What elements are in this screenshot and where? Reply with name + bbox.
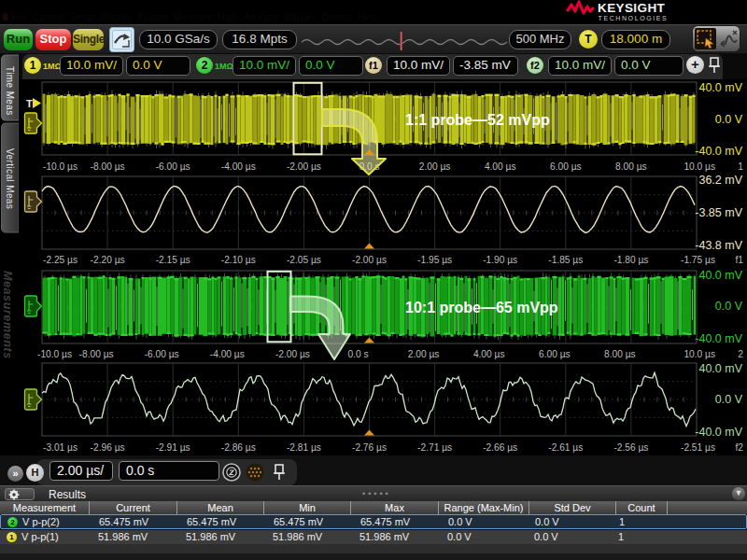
svg-text:8.00 µs: 8.00 µs: [615, 161, 647, 172]
svg-text:Vertical Meas: Vertical Meas: [5, 148, 15, 209]
svg-text:-4.00 µs: -4.00 µs: [210, 349, 245, 359]
svg-text:10:1 probe—65 mVpp: 10:1 probe—65 mVpp: [405, 300, 558, 315]
svg-text:f2: f2: [736, 442, 744, 453]
svg-text:-43.8 mV: -43.8 mV: [695, 239, 742, 252]
svg-text:-10.0 µs: -10.0 µs: [43, 161, 78, 172]
svg-text:KEYSIGHT: KEYSIGHT: [598, 1, 666, 15]
svg-text:-2.05 µs: -2.05 µs: [287, 255, 321, 265]
svg-text:-1.75 µs: -1.75 µs: [681, 255, 715, 265]
svg-text:1:1 probe—52 mVpp: 1:1 probe—52 mVpp: [405, 112, 550, 128]
svg-text:36.2 mV: 36.2 mV: [698, 174, 742, 187]
svg-text:-40.0 mV: -40.0 mV: [695, 332, 742, 345]
svg-text:-2.71 µs: -2.71 µs: [417, 442, 452, 453]
svg-text:2.00 µs: 2.00 µs: [419, 161, 451, 172]
svg-text:10.0 µs: 10.0 µs: [684, 161, 715, 172]
svg-text:-1.90 µs: -1.90 µs: [483, 255, 517, 265]
svg-text:-40.0 mV: -40.0 mV: [695, 145, 742, 158]
svg-text:-2.91 µs: -2.91 µs: [156, 442, 190, 453]
svg-text:8.00 µs: 8.00 µs: [604, 349, 636, 359]
svg-text:4.00 µs: 4.00 µs: [485, 161, 516, 172]
svg-text:40.0 mV: 40.0 mV: [698, 269, 742, 282]
svg-text:0.0 V: 0.0 V: [715, 300, 743, 313]
svg-text:-4.00 µs: -4.00 µs: [221, 161, 256, 172]
svg-text:-2.20 µs: -2.20 µs: [91, 255, 125, 265]
svg-text:2.00 µs: 2.00 µs: [408, 349, 440, 359]
svg-text:-6.00 µs: -6.00 µs: [145, 349, 179, 359]
svg-text:-2.81 µs: -2.81 µs: [287, 442, 321, 453]
svg-text:-3.01 µs: -3.01 µs: [43, 442, 78, 453]
svg-text:-2.66 µs: -2.66 µs: [483, 442, 517, 453]
svg-text:Measurements: Measurements: [1, 271, 14, 359]
svg-text:0.0 V: 0.0 V: [715, 113, 743, 126]
svg-text:-3.85 mV: -3.85 mV: [695, 206, 742, 219]
svg-text:-2.56 µs: -2.56 µs: [613, 442, 648, 453]
svg-text:0.0 V: 0.0 V: [715, 393, 743, 406]
svg-text:Time Meas: Time Meas: [5, 66, 15, 116]
svg-text:4.00 µs: 4.00 µs: [473, 349, 505, 359]
svg-text:-2.15 µs: -2.15 µs: [156, 255, 190, 265]
svg-text:-2.10 µs: -2.10 µs: [221, 255, 256, 265]
svg-text:2: 2: [738, 349, 743, 359]
svg-text:-2.00 µs: -2.00 µs: [275, 349, 310, 359]
svg-text:-1.95 µs: -1.95 µs: [417, 255, 452, 265]
svg-text:-2.00 µs: -2.00 µs: [287, 161, 321, 172]
svg-text:-2.00 µs: -2.00 µs: [352, 255, 387, 265]
svg-text:-1.85 µs: -1.85 µs: [548, 255, 583, 265]
svg-text:1: 1: [738, 161, 743, 172]
svg-text:-2.25 µs: -2.25 µs: [43, 255, 78, 265]
svg-text:-2.76 µs: -2.76 µs: [352, 442, 387, 453]
svg-text:-1.80 µs: -1.80 µs: [613, 255, 648, 265]
svg-text:6.00 µs: 6.00 µs: [539, 349, 571, 359]
svg-text:f1: f1: [736, 255, 744, 265]
svg-text:-8.00 µs: -8.00 µs: [79, 349, 114, 359]
svg-text:-2.96 µs: -2.96 µs: [91, 442, 125, 453]
svg-text:40.0 mV: 40.0 mV: [698, 81, 742, 94]
svg-text:10.0 µs: 10.0 µs: [684, 349, 715, 359]
svg-text:-2.51 µs: -2.51 µs: [681, 442, 715, 453]
svg-text:T: T: [26, 98, 33, 109]
svg-text:6.00 µs: 6.00 µs: [550, 161, 582, 172]
svg-text:40.0 mV: 40.0 mV: [698, 362, 742, 375]
svg-text:-10.0 µs: -10.0 µs: [37, 349, 72, 359]
svg-text:-2.61 µs: -2.61 µs: [548, 442, 583, 453]
svg-text:-8.00 µs: -8.00 µs: [91, 161, 125, 172]
svg-text:-2.86 µs: -2.86 µs: [221, 442, 256, 453]
svg-text:-6.00 µs: -6.00 µs: [156, 161, 190, 172]
svg-text:0.0 s: 0.0 s: [347, 349, 368, 359]
svg-text:-40.0 mV: -40.0 mV: [695, 426, 742, 439]
svg-text:TECHNOLOGIES: TECHNOLOGIES: [599, 15, 669, 21]
